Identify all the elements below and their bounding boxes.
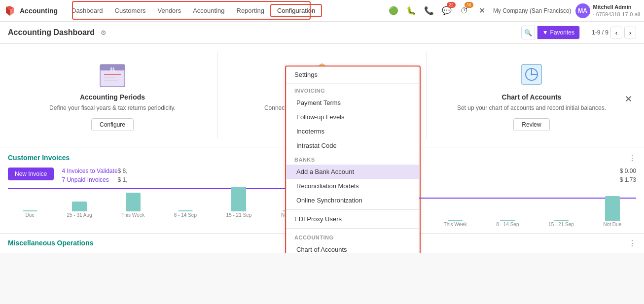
v-chart-sep-15: 15 - 21 Sep <box>548 220 574 227</box>
nav-accounting[interactable]: Accounting <box>187 5 230 16</box>
chat-icon[interactable]: 💬 22 <box>440 4 454 18</box>
chart-of-accounts-item[interactable]: Chart of Accounts <box>286 242 419 253</box>
chart-sep-8: 8 - 14 Sep <box>174 210 197 218</box>
invoicing-section-label: Invoicing <box>286 84 419 96</box>
svg-point-14 <box>531 73 533 75</box>
chart-of-accounts-card: Chart of Accounts Set up your chart of a… <box>427 52 636 139</box>
v-chart-not-due: Not Due <box>603 196 621 227</box>
bank-menu[interactable]: ⋮ <box>628 238 636 248</box>
bar-this-week <box>126 193 141 211</box>
app-name: Accounting <box>20 7 58 15</box>
accounting-section-label: Accounting <box>286 231 419 242</box>
company-selector[interactable]: My Company (San Francisco) <box>493 7 572 14</box>
intrastat-code-item[interactable]: Intrastat Code <box>286 138 419 153</box>
invoice-stats: 4 Invoices to Validate $ 8, 7 Unpaid Inv… <box>62 168 127 184</box>
unpaid-amount: $ 1, <box>118 176 128 183</box>
nav-dashboard[interactable]: Dashboard <box>66 5 109 16</box>
settings-icon[interactable]: ✕ <box>475 4 489 18</box>
favorites-button[interactable]: ▼ Favorites <box>537 26 580 39</box>
timer-icon[interactable]: ⏱ 36 <box>458 4 471 18</box>
nav-vendors[interactable]: Vendors <box>151 5 187 16</box>
new-invoice-button[interactable]: New Invoice <box>8 168 54 180</box>
unpaid-row: 7 Unpaid Invoices $ 1, <box>62 176 127 183</box>
main-nav: Dashboard Customers Vendors Accounting R… <box>66 4 387 17</box>
accounting-periods-icon: 31 <box>95 60 130 89</box>
banks-section-label: Banks <box>286 153 419 165</box>
app-logo[interactable] <box>4 5 16 17</box>
filter-icon: ▼ <box>542 29 548 36</box>
chart-of-accounts-title: Chart of Accounts <box>502 93 562 101</box>
divider2 <box>286 228 419 229</box>
bar-sep-15 <box>231 187 246 211</box>
validate-amount: $ 8, <box>118 168 128 174</box>
sub-header: Accounting Dashboard ⚙ 🔍 ▼ Favorites 1-9… <box>0 22 644 44</box>
user-avatar: MA <box>575 3 590 18</box>
customer-invoices-panel: Customer Invoices ⋮ New Invoice 4 Invoic… <box>0 147 322 233</box>
next-page-button[interactable]: › <box>624 27 636 38</box>
customer-invoices-title: Customer Invoices <box>8 154 70 162</box>
accounting-periods-card: 31 Accounting Periods Define your fiscal… <box>8 52 217 139</box>
bar-due <box>23 210 37 211</box>
edi-proxy-item[interactable]: EDI Proxy Users <box>286 212 419 226</box>
accounting-periods-title: Accounting Periods <box>80 93 145 101</box>
dropdown-inner: Settings Invoicing Payment Terms Follow-… <box>286 66 419 253</box>
chart-of-accounts-desc: Set up your chart of accounts and record… <box>457 104 606 112</box>
chart-aug-25: 25 - 31 Aug <box>67 202 92 218</box>
configure-button[interactable]: Configure <box>91 118 134 131</box>
settings-menu-item[interactable]: Settings <box>286 66 419 84</box>
user-info: Mitchell Admin · 67594318-17-0-all <box>593 3 640 18</box>
nav-reporting[interactable]: Reporting <box>231 5 270 16</box>
configuration-dropdown: Settings Invoicing Payment Terms Follow-… <box>286 66 419 253</box>
pagination: 1-9 / 9 ‹ › <box>592 27 636 38</box>
page-title: Accounting Dashboard <box>8 28 95 37</box>
nav-configuration[interactable]: Configuration <box>270 4 322 17</box>
debug-icon[interactable]: 🐛 <box>404 4 418 18</box>
misc-ops-title: Miscellaneous Operations <box>8 239 94 247</box>
misc-operations-panel: Miscellaneous Operations ⋮ <box>0 234 322 253</box>
svg-text:31: 31 <box>110 67 115 71</box>
v-chart-this-week: This Week <box>444 220 467 227</box>
bar-sep-8 <box>178 210 193 211</box>
search-button[interactable]: 🔍 <box>521 26 535 39</box>
chart-due: Due <box>23 210 37 218</box>
follow-up-levels-item[interactable]: Follow-up Levels <box>286 110 419 124</box>
user-menu[interactable]: MA Mitchell Admin · 67594318-17-0-all <box>575 3 640 18</box>
online-sync-item[interactable]: Online Synchronization <box>286 193 419 207</box>
chart-of-accounts-icon <box>514 60 549 89</box>
vendor-bills-menu[interactable]: ⋮ <box>628 153 636 163</box>
phone-icon[interactable]: 📞 <box>422 4 436 18</box>
v-chart-sep-8: 8 - 14 Sep <box>496 220 519 227</box>
nav-customers[interactable]: Customers <box>109 5 152 16</box>
customer-invoices-header: Customer Invoices ⋮ <box>8 153 314 163</box>
divider <box>286 209 419 210</box>
accounting-periods-desc: Define your fiscal years & tax returns p… <box>49 104 176 112</box>
chart-sep-15: 15 - 21 Sep <box>226 187 252 218</box>
company-name: My Company (San Francisco) <box>493 7 572 14</box>
chat-badge: 22 <box>447 2 456 8</box>
validate-row: 4 Invoices to Validate $ 8, <box>62 168 127 174</box>
invoices-to-validate-link[interactable]: 4 Invoices to Validate <box>62 168 117 174</box>
payment-terms-item[interactable]: Payment Terms <box>286 96 419 110</box>
nav-right-area: 🟢 🐛 📞 💬 22 ⏱ 36 ✕ My Company (San Franci… <box>387 3 640 18</box>
reconciliation-models-item[interactable]: Reconciliation Models <box>286 179 419 193</box>
add-bank-account-item[interactable]: Add a Bank Account <box>286 165 419 179</box>
review-button[interactable]: Review <box>513 118 549 131</box>
chart-this-week: This Week <box>121 193 144 218</box>
search-area: 🔍 ▼ Favorites <box>521 26 580 39</box>
close-button[interactable]: ✕ <box>622 93 634 105</box>
top-navigation: Accounting Dashboard Customers Vendors A… <box>0 0 644 22</box>
bar-aug-25 <box>72 202 87 211</box>
settings-gear-icon[interactable]: ⚙ <box>101 29 107 36</box>
main-body: 31 Accounting Periods Define your fiscal… <box>0 44 644 253</box>
incoterms-item[interactable]: Incoterms <box>286 124 419 138</box>
prev-page-button[interactable]: ‹ <box>610 27 622 38</box>
status-green-icon[interactable]: 🟢 <box>387 4 400 18</box>
timer-badge: 36 <box>465 2 473 8</box>
unpaid-invoices-link[interactable]: 7 Unpaid Invoices <box>62 176 108 183</box>
